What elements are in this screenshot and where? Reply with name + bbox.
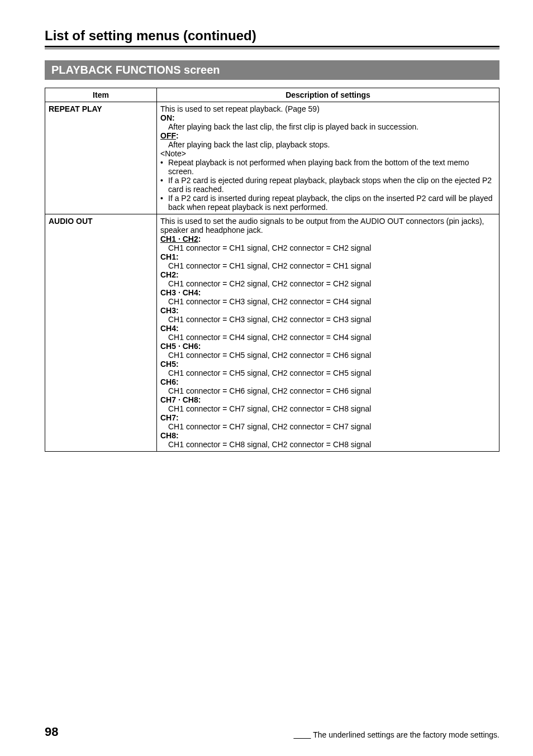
description-line: ON: [160,113,496,122]
description-line: CH7 · CH8: [160,395,496,404]
description-line: CH1 connector = CH5 signal, CH2 connecto… [160,351,496,360]
description-line: CH1 · CH2: [160,235,496,243]
description-line: CH1 connector = CH1 signal, CH2 connecto… [160,243,496,252]
description-line: CH1 connector = CH3 signal, CH2 connecto… [160,315,496,324]
section-bar: PLAYBACK FUNCTIONS screen [45,60,499,80]
description-line: After playing back the last clip, the fi… [160,122,496,131]
setting-value: CH1 connector = CH6 signal, CH2 connecto… [168,386,371,395]
col-header-item: Item [45,88,157,102]
description-line: CH1 connector = CH8 signal, CH2 connecto… [160,440,496,449]
label-colon: : [176,131,179,140]
title-rule-thin [45,49,499,49]
setting-value: CH1 connector = CH7 signal, CH2 connecto… [168,404,371,413]
setting-value: This is used to set the audio signals to… [160,217,484,235]
col-header-desc: Description of settings [157,88,499,102]
setting-value: CH1 connector = CH3 signal, CH2 connecto… [168,315,371,324]
page-number: 98 [45,725,58,739]
description-line: CH3 · CH4: [160,288,496,297]
setting-label: CH6: [160,377,179,386]
description-line: CH1 connector = CH3 signal, CH2 connecto… [160,297,496,306]
bullet-text: Repeat playback is not performed when pl… [168,158,496,176]
description-line: CH1 connector = CH7 signal, CH2 connecto… [160,404,496,413]
bullet-text: If a P2 card is ejected during repeat pl… [168,176,496,194]
setting-value: CH1 connector = CH4 signal, CH2 connecto… [168,333,371,342]
bullet-dot-icon: • [160,158,168,176]
description-line: <Note> [160,149,496,158]
setting-value: CH1 connector = CH2 signal, CH2 connecto… [168,279,371,288]
description-line: CH1 connector = CH7 signal, CH2 connecto… [160,422,496,431]
description-line: CH5 · CH6: [160,342,496,351]
description-line: •Repeat playback is not performed when p… [160,158,496,176]
description-line: CH1 connector = CH5 signal, CH2 connecto… [160,369,496,377]
page-footer: 98 The underlined settings are the facto… [45,725,499,739]
description-cell: This is used to set the audio signals to… [157,214,499,452]
setting-value: CH1 connector = CH5 signal, CH2 connecto… [168,351,371,360]
description-line: CH1: [160,252,496,261]
description-line: CH6: [160,377,496,386]
description-line: This is used to set the audio signals to… [160,217,496,235]
factory-settings-note: The underlined settings are the factory … [293,730,499,739]
description-line: CH1 connector = CH2 signal, CH2 connecto… [160,279,496,288]
description-line: This is used to set repeat playback. (Pa… [160,104,496,113]
item-cell: REPEAT PLAY [45,102,157,214]
setting-value: CH1 connector = CH8 signal, CH2 connecto… [168,440,371,449]
setting-value: CH1 connector = CH3 signal, CH2 connecto… [168,297,371,306]
setting-label: CH3 · CH4: [160,288,201,297]
description-line: CH4: [160,324,496,333]
setting-label: ON: [160,113,175,122]
table-header-row: Item Description of settings [45,88,499,102]
setting-value: <Note> [160,149,186,158]
setting-label: CH7 · CH8: [160,395,201,404]
description-line: CH5: [160,360,496,369]
description-line: CH1 connector = CH4 signal, CH2 connecto… [160,333,496,342]
description-line: •If a P2 card is inserted during repeat … [160,194,496,212]
description-line: •If a P2 card is ejected during repeat p… [160,176,496,194]
description-line: OFF: [160,131,496,140]
setting-label: CH8: [160,431,179,440]
setting-value: CH1 connector = CH1 signal, CH2 connecto… [168,243,371,252]
table-row: AUDIO OUTThis is used to set the audio s… [45,214,499,452]
setting-label: CH1: [160,252,179,261]
description-cell: This is used to set repeat playback. (Pa… [157,102,499,214]
setting-value: After playing back the last clip, the fi… [168,122,418,131]
setting-value: After playing back the last clip, playba… [168,140,330,149]
description-line: CH1 connector = CH6 signal, CH2 connecto… [160,386,496,395]
setting-label: CH5: [160,360,179,369]
description-line: CH7: [160,413,496,422]
setting-value: CH1 connector = CH5 signal, CH2 connecto… [168,369,371,377]
bullet-dot-icon: • [160,194,168,212]
description-line: CH1 connector = CH1 signal, CH2 connecto… [160,261,496,270]
title-rule-thick [45,46,499,47]
setting-value: CH1 connector = CH1 signal, CH2 connecto… [168,261,371,270]
description-line: After playing back the last clip, playba… [160,140,496,149]
setting-label: OFF [160,131,176,140]
setting-value: CH1 connector = CH7 signal, CH2 connecto… [168,422,371,431]
setting-value: This is used to set repeat playback. (Pa… [160,104,320,113]
settings-table: Item Description of settings REPEAT PLAY… [45,88,499,452]
page-title: List of setting menus (continued) [45,28,499,44]
item-cell: AUDIO OUT [45,214,157,452]
setting-label: CH7: [160,413,179,422]
table-row: REPEAT PLAYThis is used to set repeat pl… [45,102,499,214]
setting-label: CH2: [160,270,179,279]
setting-label: CH1 · CH2 [160,235,198,243]
description-line: CH2: [160,270,496,279]
bullet-dot-icon: • [160,176,168,194]
bullet-text: If a P2 card is inserted during repeat p… [168,194,496,212]
description-line: CH3: [160,306,496,315]
label-colon: : [198,235,201,243]
factory-settings-note-text: The underlined settings are the factory … [311,730,500,739]
setting-label: CH3: [160,306,179,315]
setting-label: CH5 · CH6: [160,342,201,351]
setting-label: CH4: [160,324,179,333]
description-line: CH8: [160,431,496,440]
